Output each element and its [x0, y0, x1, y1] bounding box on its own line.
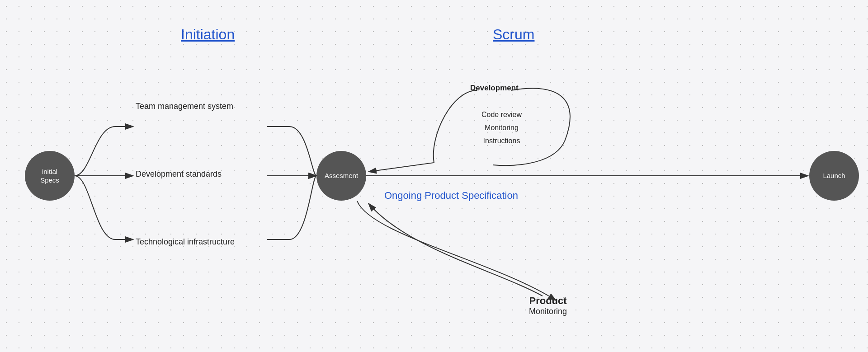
product-monitoring-label: Product Monitoring: [529, 295, 567, 316]
launch-node: Launch: [809, 151, 859, 201]
branch-bottom-label: Technological infrastructure: [136, 237, 235, 247]
product-label: Product: [529, 295, 567, 307]
monitoring-label: Monitoring: [529, 307, 567, 316]
dev-items: Code reviewMonitoringInstructions: [481, 108, 522, 147]
branch-middle-label: Development standards: [136, 169, 222, 179]
scrum-title: Scrum: [493, 26, 534, 43]
branch-top-label: Team management system: [136, 102, 233, 111]
initiation-title: Initiation: [181, 26, 235, 43]
development-label: Development: [470, 84, 519, 93]
assesment-node: Assesment: [316, 151, 366, 201]
initial-specs-node: initialSpecs: [25, 151, 75, 201]
ongoing-product-spec: Ongoing Product Specification: [384, 190, 518, 202]
